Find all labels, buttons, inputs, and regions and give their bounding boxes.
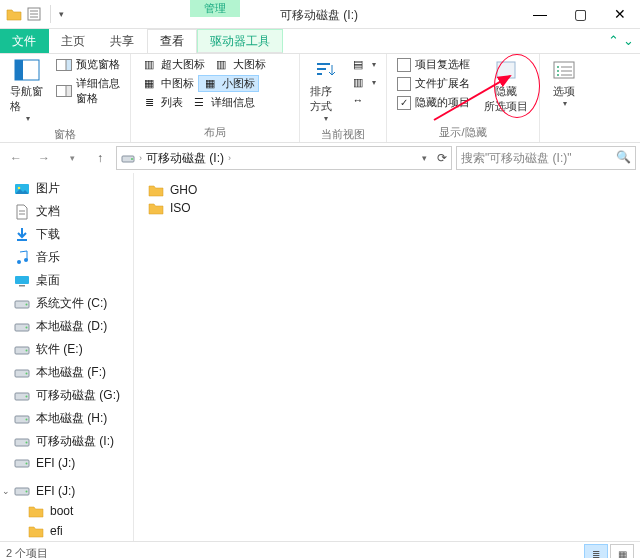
chevron-right-icon[interactable]: › <box>228 153 231 163</box>
details-icon: ☰ <box>191 96 207 110</box>
content-area[interactable]: GHOISO <box>134 173 640 541</box>
maximize-button[interactable]: ▢ <box>560 0 600 28</box>
tree-item[interactable]: 软件 (E:) <box>0 338 133 361</box>
tab-view[interactable]: 查看 <box>147 29 197 53</box>
list-icon: ≣ <box>141 96 157 110</box>
tree-item-label: 系统文件 (C:) <box>36 295 107 312</box>
details-view-button[interactable]: ≣ <box>584 544 608 558</box>
folder-icon <box>148 202 164 215</box>
hdd-icon <box>14 297 30 311</box>
details-pane-icon <box>56 84 72 98</box>
chevron-down-icon[interactable]: ⌄ <box>2 486 10 496</box>
group-label-currentview: 当前视图 <box>306 125 380 144</box>
ribbon-collapse-icon[interactable]: ⌃ ⌄ <box>608 33 634 48</box>
layout-small[interactable]: ▦小图标 <box>198 75 259 92</box>
checkbox-checked-icon: ✓ <box>397 96 411 110</box>
group-by-button[interactable]: ▤▾ <box>346 56 380 72</box>
item-count: 2 个项目 <box>6 546 48 559</box>
ribbon-tabs: 文件 主页 共享 查看 驱动器工具 ⌃ ⌄ <box>0 29 640 54</box>
minimize-button[interactable]: — <box>520 0 560 28</box>
tree-item[interactable]: 桌面 <box>0 269 133 292</box>
layout-medium[interactable]: ▦中图标 <box>137 75 198 92</box>
refresh-button[interactable]: ⟳ <box>437 151 447 165</box>
tree-item[interactable]: ⌄EFI (J:) <box>0 481 133 501</box>
tree-item[interactable]: 系统文件 (C:) <box>0 292 133 315</box>
search-placeholder: 搜索"可移动磁盘 (I:)" <box>461 150 572 167</box>
item-name: ISO <box>170 201 191 215</box>
layout-large[interactable]: ▥大图标 <box>209 56 270 73</box>
hidden-items-toggle[interactable]: ✓隐藏的项目 <box>393 94 474 111</box>
svg-point-17 <box>557 74 559 76</box>
list-item[interactable]: GHO <box>146 181 628 199</box>
tab-share[interactable]: 共享 <box>98 29 147 53</box>
options-button[interactable]: 选项▾ <box>546 56 582 110</box>
folder-icon <box>148 184 164 197</box>
hdd-icon <box>14 412 30 426</box>
breadcrumb-segment[interactable]: 可移动磁盘 (I:) <box>146 150 224 167</box>
folder-icon <box>6 6 22 22</box>
tree-item[interactable]: 下载 <box>0 223 133 246</box>
medium-icon: ▦ <box>141 77 157 91</box>
tree-item[interactable]: 图片 <box>0 177 133 200</box>
tree-item-label: 可移动磁盘 (I:) <box>36 433 114 450</box>
tree-item[interactable]: efi <box>0 521 133 541</box>
tree-item[interactable]: EFI (J:) <box>0 453 133 473</box>
navigation-tree[interactable]: 图片文档下载音乐桌面系统文件 (C:)本地磁盘 (D:)软件 (E:)本地磁盘 … <box>0 173 134 541</box>
close-button[interactable]: ✕ <box>600 0 640 28</box>
size-columns-button[interactable]: ↔ <box>346 92 380 108</box>
svg-point-22 <box>131 158 133 160</box>
address-bar[interactable]: › 可移动磁盘 (I:) › ▾ ⟳ <box>116 146 452 170</box>
large-icons-view-button[interactable]: ▦ <box>610 544 634 558</box>
layout-extra-large[interactable]: ▥超大图标 <box>137 56 209 73</box>
list-item[interactable]: ISO <box>146 199 628 217</box>
chevron-right-icon[interactable]: › <box>139 153 142 163</box>
properties-icon[interactable] <box>26 6 42 22</box>
tree-item[interactable]: 可移动磁盘 (I:) <box>0 430 133 453</box>
add-columns-button[interactable]: ▥▾ <box>346 74 380 90</box>
hdd-icon <box>14 435 30 449</box>
recent-dropdown-icon[interactable]: ▾ <box>60 146 84 170</box>
svg-point-41 <box>26 395 28 397</box>
tree-item-label: 本地磁盘 (H:) <box>36 410 107 427</box>
item-checkboxes-toggle[interactable]: 项目复选框 <box>393 56 474 73</box>
hdd-icon <box>14 320 30 334</box>
svg-point-47 <box>26 463 28 465</box>
file-extensions-toggle[interactable]: 文件扩展名 <box>393 75 474 92</box>
tree-item[interactable]: 本地磁盘 (F:) <box>0 361 133 384</box>
sort-by-button[interactable]: 排序方式▾ <box>306 56 344 125</box>
svg-point-45 <box>26 441 28 443</box>
tree-item[interactable]: 音乐 <box>0 246 133 269</box>
hdd-icon <box>14 484 30 498</box>
svg-rect-7 <box>66 59 72 70</box>
tree-item[interactable]: 可移动磁盘 (G:) <box>0 384 133 407</box>
svg-point-35 <box>26 326 28 328</box>
search-box[interactable]: 搜索"可移动磁盘 (I:)" 🔍 <box>456 146 636 170</box>
layout-list[interactable]: ≣列表 <box>137 94 187 111</box>
tab-home[interactable]: 主页 <box>49 29 98 53</box>
address-dropdown-icon[interactable]: ▾ <box>422 153 427 163</box>
hide-selected-button[interactable]: 隐藏 所选项目 <box>480 56 532 116</box>
preview-pane-button[interactable]: 预览窗格 <box>52 56 124 73</box>
tab-file[interactable]: 文件 <box>0 29 49 53</box>
tab-drivetools[interactable]: 驱动器工具 <box>197 29 283 53</box>
tree-item[interactable]: 本地磁盘 (H:) <box>0 407 133 430</box>
svg-rect-13 <box>497 62 515 78</box>
layout-details[interactable]: ☰详细信息 <box>187 94 259 111</box>
tree-item[interactable]: 文档 <box>0 200 133 223</box>
details-pane-button[interactable]: 详细信息窗格 <box>52 75 124 107</box>
svg-point-43 <box>26 418 28 420</box>
forward-button[interactable]: → <box>32 146 56 170</box>
back-button[interactable]: ← <box>4 146 28 170</box>
tree-item-label: 可移动磁盘 (G:) <box>36 387 120 404</box>
tree-item[interactable]: boot <box>0 501 133 521</box>
navigation-pane-button[interactable]: 导航窗格 ▾ <box>6 56 48 125</box>
folder-icon <box>28 504 44 518</box>
up-button[interactable]: ↑ <box>88 146 112 170</box>
music-icon <box>14 251 30 265</box>
svg-point-33 <box>26 303 28 305</box>
tree-item-label: 桌面 <box>36 272 60 289</box>
svg-point-15 <box>557 66 559 68</box>
tree-item[interactable]: 本地磁盘 (D:) <box>0 315 133 338</box>
tree-item-label: EFI (J:) <box>36 456 75 470</box>
qat-dropdown-icon[interactable]: ▾ <box>59 9 64 19</box>
